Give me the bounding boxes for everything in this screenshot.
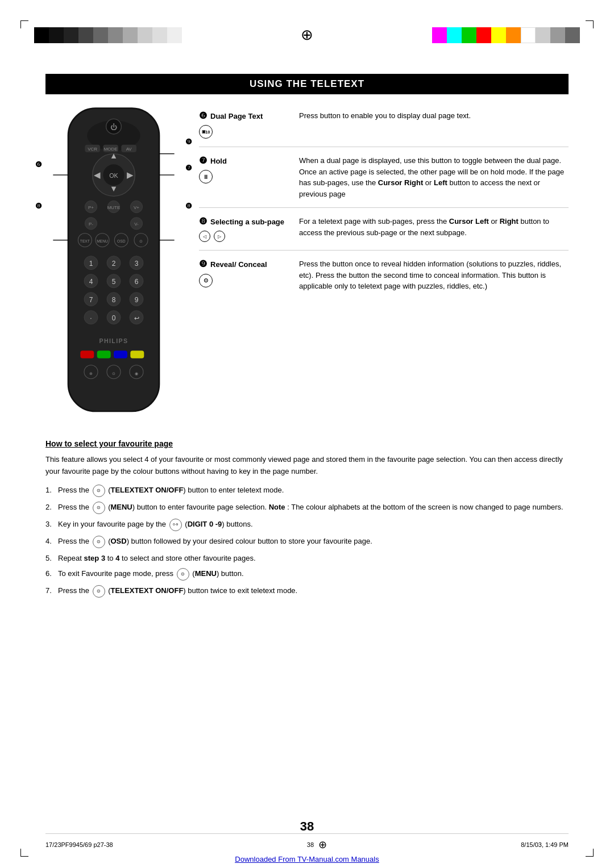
svg-text:7: 7 (89, 296, 93, 304)
annotation-6-title: Dual Page Text (210, 111, 263, 122)
svg-text:4: 4 (89, 278, 93, 286)
footer-center-area: 38 ⊕ (307, 838, 327, 851)
step-5: 5. Repeat step 3 to 4 to select and stor… (45, 553, 569, 564)
step-7-text: Press the ⊙ (TELEXTEXT ON/OFF) button tw… (58, 585, 297, 598)
svg-text:VCR: VCR (88, 147, 97, 152)
digit-icon-3: 0-9 (169, 519, 182, 531)
svg-rect-61 (97, 350, 111, 358)
dual-page-icon: ▣10 (199, 125, 213, 139)
step-2-text: Press the ⊙ (MENU) button to enter favou… (58, 502, 563, 514)
callout-9: ❾ (185, 137, 192, 146)
annotation-8: ❽ Selecting a sub-page ◁ ▷ For a teletex… (199, 208, 569, 251)
menu-icon-6: ⊙ (177, 568, 189, 581)
annotation-6: ❻ Dual Page Text ▣10 Press button to ena… (199, 102, 569, 147)
annotation-7-icon: ⏸ (199, 170, 290, 183)
step-6: 6. To exit Favourite page mode, press ⊙ … (45, 568, 569, 581)
color-bar (432, 27, 580, 43)
svg-text:▶: ▶ (127, 170, 134, 180)
annotation-7: ❼ Hold ⏸ When a dual page is displayed, … (199, 147, 569, 208)
step-1-text: Press the ⊙ (TELEXTEXT ON/OFF) button to… (58, 485, 284, 497)
svg-text:PHILIPS: PHILIPS (99, 337, 128, 344)
callout-8a: ❽ (35, 202, 42, 210)
favourite-section: How to select your favourite page This f… (45, 439, 569, 598)
svg-text:5: 5 (112, 278, 116, 286)
grayscale-bar (34, 27, 182, 43)
annotation-9-text: Press the button once to reveal hidden i… (299, 258, 569, 292)
svg-text:▼: ▼ (110, 184, 118, 193)
svg-text:⊙: ⊙ (112, 372, 115, 375)
teletext-icon-1: ⊙ (93, 485, 105, 497)
annotation-7-num: ❼ (199, 155, 207, 166)
annotation-6-num: ❻ (199, 110, 207, 121)
menu-icon-2: ⊙ (93, 502, 105, 514)
annotation-9-left: ❾ Reveal/ Conceal ⊙ (199, 258, 290, 287)
svg-text:8: 8 (112, 296, 116, 304)
svg-text:⏻: ⏻ (110, 123, 117, 131)
annotation-9: ❾ Reveal/ Conceal ⊙ Press the button onc… (199, 251, 569, 300)
crosshair-top: ⊕ (301, 26, 313, 44)
step-list: 1. Press the ⊙ (TELEXTEXT ON/OFF) button… (45, 485, 569, 598)
svg-text:1: 1 (89, 260, 93, 268)
bottom-link[interactable]: Downloaded From TV-Manual.com Manuals (0, 855, 614, 863)
footer-center: 38 (307, 841, 314, 848)
footer-left: 17/23PF9945/69 p27-38 (45, 841, 113, 848)
svg-text:OK: OK (109, 172, 118, 179)
svg-text:P-: P- (89, 222, 93, 227)
top-bar-container: ⊕ (0, 27, 614, 44)
reveal-icon: ⊙ (199, 274, 213, 287)
svg-text:3: 3 (135, 260, 139, 268)
step-2: 2. Press the ⊙ (MENU) button to enter fa… (45, 502, 569, 514)
step-1: 1. Press the ⊙ (TELEXTEXT ON/OFF) button… (45, 485, 569, 497)
teletext-icon-7: ⊙ (93, 585, 105, 598)
annotation-8-left: ❽ Selecting a sub-page ◁ ▷ (199, 216, 290, 242)
annotation-8-text: For a teletext page with sub-pages, pres… (299, 216, 569, 238)
favourite-intro: This feature allows you select 4 of your… (45, 454, 569, 478)
annotation-8-title: Selecting a sub-page (210, 217, 284, 227)
svg-text:↩: ↩ (134, 315, 139, 322)
svg-rect-62 (114, 350, 127, 358)
annotation-7-left: ❼ Hold ⏸ (199, 155, 290, 183)
svg-text:·: · (90, 314, 92, 322)
remote-svg: ⏻ VCR MODE AV ▲ ▼ ◀ ▶ OK (45, 102, 182, 420)
footer-right: 8/15/03, 1:49 PM (521, 841, 569, 848)
favourite-title: How to select your favourite page (45, 439, 569, 448)
download-link[interactable]: Downloaded From TV-Manual.com Manuals (235, 855, 379, 863)
svg-text:▲: ▲ (110, 151, 118, 160)
svg-text:V-: V- (134, 222, 139, 227)
svg-text:P+: P+ (88, 205, 94, 210)
remote-container: ❻ ❾ ❼ ❽ ❽ ⏻ VCR MODE AV (45, 102, 182, 422)
cursor-left-icon: ◁ (199, 231, 210, 242)
step-7: 7. Press the ⊙ (TELEXTEXT ON/OFF) button… (45, 585, 569, 598)
svg-rect-60 (80, 350, 94, 358)
main-content: ❻ ❾ ❼ ❽ ❽ ⏻ VCR MODE AV (45, 97, 569, 800)
svg-rect-63 (130, 350, 144, 358)
svg-text:2: 2 (112, 260, 116, 268)
step-4-text: Press the ⊙ (OSD) button followed by you… (58, 536, 372, 548)
step-6-text: To exit Favourite page mode, press ⊙ (ME… (58, 568, 244, 581)
svg-text:⊕: ⊕ (89, 372, 93, 375)
annotation-8-icon: ◁ ▷ (199, 231, 290, 242)
annotations-panel: ❻ Dual Page Text ▣10 Press button to ena… (199, 102, 569, 422)
step-3-text: Key in your favourite page by the 0-9 (D… (58, 519, 253, 531)
page-title: Using the Teletext (45, 74, 569, 94)
annotation-6-icon: ▣10 (199, 125, 290, 139)
svg-text:⊙: ⊙ (139, 239, 143, 243)
remote-section: ❻ ❾ ❼ ❽ ❽ ⏻ VCR MODE AV (45, 102, 569, 422)
callout-8b: ❽ (185, 202, 192, 210)
page-number: 38 (0, 819, 614, 834)
cursor-right-icon: ▷ (214, 231, 225, 242)
step-3: 3. Key in your favourite page by the 0-9… (45, 519, 569, 531)
svg-text:MENU: MENU (97, 239, 108, 243)
footer: 17/23PF9945/69 p27-38 38 ⊕ 8/15/03, 1:49… (45, 833, 569, 851)
step-4: 4. Press the ⊙ (OSD) button followed by … (45, 536, 569, 548)
callout-7: ❼ (185, 164, 192, 172)
annotation-7-text: When a dual page is displayed, use this … (299, 155, 569, 199)
step-5-text: Repeat step 3 to 4 to select and store o… (58, 553, 256, 564)
title-text: Using the Teletext (250, 78, 364, 89)
svg-text:OSD: OSD (117, 239, 126, 243)
annotation-6-text: Press button to enable you to display du… (299, 110, 569, 122)
svg-text:6: 6 (135, 278, 139, 286)
hold-icon: ⏸ (199, 170, 213, 183)
annotation-8-num: ❽ (199, 216, 207, 227)
svg-text:0: 0 (112, 314, 116, 322)
